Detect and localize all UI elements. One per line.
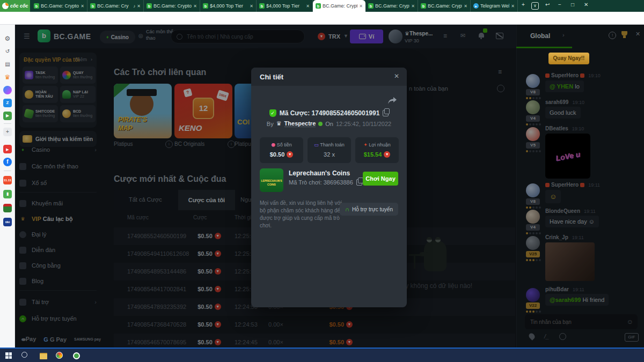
window-minimize-button[interactable]: − — [558, 2, 561, 8]
browser-tab-2[interactable]: b BC.Game: Cry ♪ ✕ — [87, 0, 144, 12]
modal-title: Chi tiết — [260, 73, 283, 81]
tab-close-icon[interactable]: ✕ — [464, 4, 467, 9]
bcgame-favicon: b — [259, 3, 265, 9]
taskbar-search-icon[interactable] — [21, 352, 27, 358]
by-label: By — [267, 121, 274, 127]
game-id-row: Mã Trò chơi: 386963886 — [289, 179, 362, 186]
windows-taskbar: ∧ ◄) ENG 7:11 PM 11/10/2022 — [0, 348, 644, 362]
tab-close-icon[interactable]: ✕ — [193, 4, 197, 9]
trx-coin-icon: ▼ — [384, 151, 390, 158]
tab-close-icon[interactable]: ✕ — [306, 4, 310, 9]
window-maximize-button[interactable]: □ — [571, 2, 574, 8]
browser-tab-1[interactable]: b BC.Game: Crypto ✕ — [31, 0, 87, 12]
spin-now-button[interactable]: Quay Ngay!! — [548, 53, 589, 64]
coccoc-logo-icon — [2, 3, 9, 9]
news-feed-icon[interactable]: ▤ — [3, 60, 12, 69]
window-close-button[interactable]: ✕ — [584, 2, 588, 8]
tab-audio-icon[interactable]: ♪ — [133, 4, 135, 9]
history-icon[interactable]: ↺ — [3, 47, 12, 56]
browser-sidebar: ⚙ ↺ ▤ ♛ Z ▶ + ▶ f 11.11 ▮ tiki — [0, 25, 15, 348]
bet-id-text: Mã Cược: 1749085524605001991 — [280, 109, 380, 117]
copy-icon[interactable] — [383, 110, 389, 116]
browser-tab-3[interactable]: b BC.Game: Crypto ✕ — [144, 0, 200, 12]
sidebar-divider — [4, 171, 11, 171]
add-shortcut-icon[interactable]: + — [3, 128, 12, 136]
coccoc-taskbar-icon[interactable] — [73, 352, 80, 359]
profit-hand-icon: ✦ — [363, 142, 368, 147]
games-icon[interactable]: ▶ — [3, 112, 12, 120]
shopee-sale-icon[interactable]: 11.11 — [3, 176, 12, 184]
facebook-icon[interactable]: f — [3, 158, 12, 166]
live-support-button[interactable]: ∩ Hỗ trợ trực tuyến — [340, 203, 398, 216]
browser-address-bar: ← → ↻ bc.game/vi/game/leprechaun-s-coins… — [0, 12, 644, 25]
bcgame-favicon: b — [316, 3, 321, 9]
tab-close-icon[interactable]: ✕ — [511, 4, 515, 9]
stat-card-amount: ⬣ Số tiền $0.50▼ — [260, 137, 303, 163]
tiki-icon[interactable]: tiki — [3, 218, 12, 226]
tab-title: $4,000 Top Tier — [266, 3, 304, 9]
modal-close-icon[interactable]: ✕ — [394, 72, 399, 80]
copy-icon[interactable] — [356, 179, 362, 186]
browser-tab-7[interactable]: b BC.Game: Crypto ✕ — [365, 0, 418, 12]
battery-saver-icon[interactable]: ▮ — [3, 190, 12, 198]
new-tab-button[interactable]: + — [522, 2, 525, 8]
coccoc-brand[interactable]: cốc cốc — [0, 0, 30, 12]
payout-card-icon: ▭ — [314, 142, 319, 147]
tab-search-icon[interactable]: ∨ — [531, 2, 539, 10]
stat-card-profit: ✦ Lợi nhuận $15.54▼ — [355, 137, 399, 163]
zalo-icon[interactable]: Z — [3, 99, 12, 107]
verified-shield-icon[interactable]: ✓ — [269, 109, 276, 117]
bet-by-row: By ♛ Thespectre On 12:25:42, 10/11/2022 — [251, 120, 407, 127]
stat-card-payout: ▭ Thanh toán 32 x — [308, 137, 351, 163]
bcgame-favicon: b — [203, 3, 208, 9]
chrome-icon[interactable] — [56, 352, 63, 359]
youtube-icon[interactable]: ▶ — [3, 145, 12, 153]
tab-close-icon[interactable]: ✕ — [359, 4, 363, 9]
bcgame-favicon: b — [368, 3, 374, 9]
tab-title: BC.Game: Crypto — [41, 3, 79, 9]
share-arrow-icon[interactable] — [387, 97, 397, 105]
bet-timestamp: 12:25:42, 10/11/2022 — [336, 121, 391, 127]
bet-id-row: ✓ Mã Cược: 1749085524605001991 — [251, 109, 407, 117]
browser-tab-bar: cốc cốc b BC.Game: Crypto ✕ b BC.Game: C… — [0, 0, 644, 12]
telegram-favicon: ▸ — [473, 3, 479, 9]
settings-gear-icon[interactable]: ⚙ — [3, 34, 12, 43]
graduation-cap-icon[interactable] — [3, 204, 12, 212]
tab-close-icon[interactable]: ✕ — [80, 4, 84, 9]
tab-title: BC.Game: Crypto — [428, 3, 462, 9]
player-crown-icon: ♛ — [276, 120, 282, 127]
modal-header: Chi tiết ✕ — [251, 68, 407, 86]
help-text: Mọi vấn đề, xin vui lòng liên hệ với bộ … — [260, 200, 346, 230]
recent-tabs-icon[interactable]: ↩ — [545, 2, 550, 8]
browser-tab-8[interactable]: b BC.Game: Crypto ✕ — [418, 0, 471, 12]
bcgame-favicon: b — [34, 3, 39, 9]
coccoc-brand-label: cốc cốc — [10, 3, 28, 9]
frog-emoji-icon — [318, 122, 323, 126]
messenger-icon[interactable] — [3, 86, 12, 94]
on-label: On — [325, 121, 333, 127]
file-explorer-icon[interactable] — [40, 353, 47, 359]
tab-close-icon[interactable]: ✕ — [250, 4, 253, 9]
tab-title: BC.Game: Crypto — [153, 3, 192, 9]
tab-close-icon[interactable]: ✕ — [137, 4, 141, 9]
start-button[interactable] — [5, 352, 12, 359]
game-title: Leprechaun's Coins — [289, 169, 350, 177]
tab-title: BC.Game: Cry — [97, 3, 131, 9]
bcgame-favicon: b — [421, 3, 426, 9]
crown-vip-icon[interactable]: ♛ — [3, 73, 12, 82]
browser-tab-6-active[interactable]: b BC.Game: Crypto ✕ — [313, 0, 365, 12]
game-thumbnail[interactable]: LEPRECHAUN'SCOINS — [260, 168, 283, 192]
sidebar-divider — [4, 123, 11, 124]
money-bag-icon: ⬣ — [271, 142, 275, 147]
tab-title: BC.Game: Crypto — [323, 3, 357, 9]
bet-details-modal: Chi tiết ✕ ✓ Mã Cược: 174908552460500199… — [251, 68, 407, 307]
browser-tab-5[interactable]: b $4,000 Top Tier ✕ — [257, 0, 313, 12]
tab-title: Telegram Web — [480, 3, 509, 9]
tab-close-icon[interactable]: ✕ — [411, 4, 415, 9]
play-now-button[interactable]: Chơi Ngay — [363, 172, 398, 186]
browser-tab-4[interactable]: b $4,000 Top Tier ✕ — [200, 0, 257, 12]
tab-title: BC.Game: Crypto — [375, 3, 409, 9]
browser-tab-telegram[interactable]: ▸ Telegram Web ✕ — [471, 0, 518, 12]
trx-coin-icon: ▼ — [287, 151, 293, 158]
player-name-link[interactable]: Thespectre — [284, 120, 316, 127]
